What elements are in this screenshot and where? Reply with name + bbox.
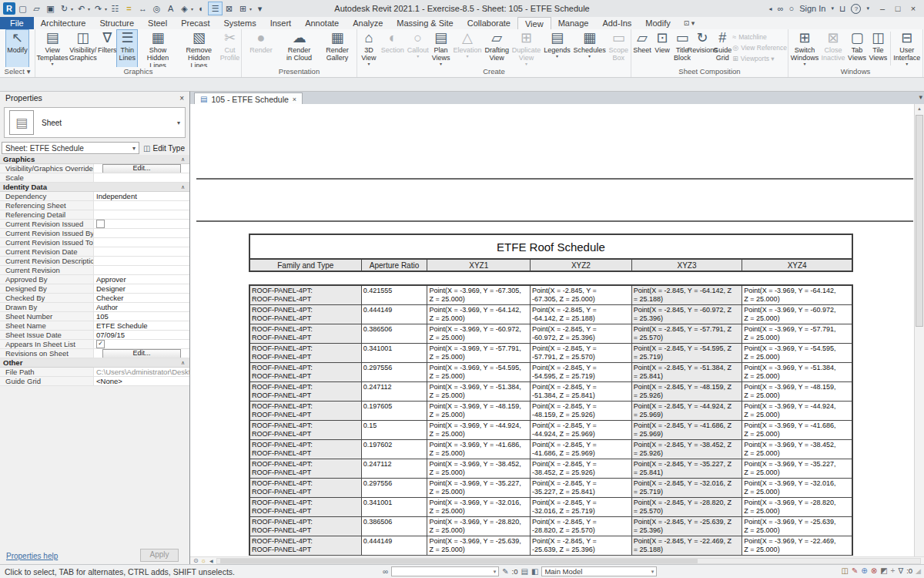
switch-windows-icon[interactable]: ⊞ — [236, 2, 249, 15]
save-icon[interactable]: ▣ — [44, 2, 57, 15]
view-templates-dropdown-icon[interactable]: ▾ — [52, 62, 54, 66]
scroll-up-icon[interactable]: ▲ — [915, 104, 924, 113]
property-value[interactable]: 105 — [94, 312, 189, 321]
select-links-icon[interactable]: ⊕ — [861, 566, 867, 575]
reveal-hidden-elements-icon[interactable]: ☼ — [201, 558, 206, 564]
app-store-icon[interactable]: ⊔ — [839, 4, 846, 14]
customize-qat-icon[interactable]: ▾ — [253, 2, 266, 15]
redo-icon[interactable]: ↷ — [92, 2, 105, 15]
duplicate-view-dropdown-icon[interactable]: ▾ — [525, 62, 527, 66]
ribbon-tab-view[interactable]: View — [517, 17, 551, 29]
schedule-row-12[interactable]: ROOF-PANEL-4PT: ROOF-PANEL-4PT0.341001Po… — [250, 498, 852, 517]
tile-views-button[interactable]: ◫Tile Views — [868, 30, 888, 67]
schedule-row-5[interactable]: ROOF-PANEL-4PT: ROOF-PANEL-4PT0.297556Po… — [250, 363, 852, 382]
active-workset-icon[interactable]: ◧ — [531, 567, 538, 576]
view-tab[interactable]: ▤ 105 - ETFE Schedule × — [194, 92, 303, 105]
ribbon-tab-insert[interactable]: Insert — [263, 17, 299, 29]
text-icon[interactable]: A — [164, 2, 177, 15]
file-menu-icon[interactable]: ▢ — [16, 2, 29, 15]
open-icon[interactable]: ▱ — [30, 2, 43, 15]
panel-label-select[interactable]: Select ▾ — [0, 67, 35, 77]
3d-view-button[interactable]: ⌂3D View▾ — [359, 30, 379, 67]
plan-views-dropdown-icon[interactable]: ▾ — [440, 62, 442, 66]
schedule-row-14[interactable]: ROOF-PANEL-4PT: ROOF-PANEL-4PT0.444149Po… — [250, 536, 852, 556]
property-value[interactable] — [94, 266, 189, 274]
exclude-options-icon[interactable]: ◫ — [842, 566, 849, 575]
redo-icon-dropdown[interactable]: ▾ — [105, 6, 107, 12]
type-selector[interactable]: ▤ Sheet ▾ — [4, 107, 186, 138]
property-value[interactable]: Checker — [94, 294, 189, 302]
sign-in-label[interactable]: Sign In — [799, 4, 825, 13]
property-value[interactable]: Edit... — [94, 349, 189, 358]
undo-icon-dropdown[interactable]: ▾ — [88, 6, 90, 12]
type-combo[interactable]: Sheet: ETFE Schedule ▾ — [2, 142, 139, 154]
type-selector-dropdown-icon[interactable]: ▾ — [177, 119, 185, 126]
plan-views-button[interactable]: ▤Plan Views▾ — [431, 30, 451, 67]
ribbon-tab-annotate[interactable]: Annotate — [298, 17, 346, 29]
property-value[interactable] — [94, 247, 189, 256]
property-value[interactable]: ETFE Schedule — [94, 321, 189, 330]
section-icon[interactable]: ◐ — [195, 2, 208, 15]
ribbon-tab-architecture[interactable]: Architecture — [34, 17, 93, 29]
property-value[interactable]: Designer — [94, 284, 189, 293]
vertical-scrollbar-thumb[interactable] — [916, 115, 923, 327]
visibility-graphics-button[interactable]: ◫Visibility/ Graphics — [69, 30, 97, 67]
worksets-combo[interactable]: ▾ — [391, 566, 499, 576]
ribbon-tab-massing-site[interactable]: Massing & Site — [390, 17, 460, 29]
3d-view-dropdown-icon[interactable]: ▾ — [367, 62, 370, 66]
undo-icon[interactable]: ↶ — [75, 2, 88, 15]
schedule-row-1[interactable]: ROOF-PANEL-4PT: ROOF-PANEL-4PT0.421555Po… — [250, 286, 852, 305]
thin-lines-button[interactable]: ☰Thin Lines — [117, 30, 137, 67]
user-interface-button[interactable]: ⊟User Interface▾ — [892, 30, 921, 67]
appears-in-sheet-list-checkbox[interactable]: ✓ — [96, 340, 105, 348]
ribbon-tab-analyze[interactable]: Analyze — [346, 17, 390, 29]
drag-on-selection-icon[interactable]: + — [891, 566, 896, 575]
ribbon-tab-file[interactable]: File — [0, 17, 34, 29]
ribbon-tab-modify[interactable]: Modify — [638, 17, 677, 29]
sync-with-central-icon[interactable]: ↻ — [58, 2, 71, 15]
property-value[interactable]: Author — [94, 303, 189, 311]
sheet-button[interactable]: ▱Sheet — [632, 30, 652, 67]
modify-button[interactable]: ↖Modify — [6, 30, 28, 67]
property-value[interactable] — [94, 210, 189, 219]
ribbon-state-toggle-icon[interactable]: ⊡ ▾ — [678, 17, 701, 29]
property-value[interactable]: <None> — [94, 377, 189, 385]
revisions-on-sheet-edit-button[interactable]: Edit... — [102, 349, 181, 358]
property-value[interactable] — [94, 173, 189, 182]
hide-crop-region-icon[interactable]: ⊙ — [193, 558, 199, 564]
property-value[interactable]: 07/09/15 — [94, 331, 189, 339]
aligned-dimension-icon[interactable]: ↔ — [136, 2, 149, 15]
collapse-icon[interactable]: ∧ — [181, 155, 189, 163]
switch-windows-icon-dropdown[interactable]: ▾ — [249, 6, 252, 12]
minimize-button[interactable]: – — [875, 4, 890, 13]
revisions-button[interactable]: ↻Revisions — [692, 30, 712, 67]
switch-windows-dropdown-icon[interactable]: ▾ — [803, 62, 805, 66]
help-dropdown-icon[interactable]: ▾ — [866, 5, 869, 12]
select-by-face-icon[interactable]: ◩ — [880, 566, 887, 575]
schedule-row-7[interactable]: ROOF-PANEL-4PT: ROOF-PANEL-4PT0.197605Po… — [250, 402, 852, 421]
property-value[interactable]: C:\Users\Administrator\Deskt... — [94, 368, 189, 376]
design-options-combo[interactable]: Main Model▾ — [541, 566, 657, 576]
property-value[interactable]: Independent — [94, 192, 189, 200]
current-revision-issued-checkbox[interactable] — [96, 220, 105, 228]
print-icon[interactable]: ☷ — [109, 2, 122, 15]
thin-lines-icon[interactable]: ☰ — [209, 2, 222, 15]
ribbon-tab-manage[interactable]: Manage — [551, 17, 596, 29]
schedule-row-4[interactable]: ROOF-PANEL-4PT: ROOF-PANEL-4PT0.341001Po… — [250, 344, 852, 363]
collapse-icon[interactable]: ∧ — [181, 358, 189, 367]
switch-windows-button[interactable]: ⊞Switch Windows▾ — [790, 30, 820, 67]
view-tab-list-icon[interactable]: ▾ — [919, 93, 922, 101]
schedule-row-13[interactable]: ROOF-PANEL-4PT: ROOF-PANEL-4PT0.386506Po… — [250, 517, 852, 536]
scroll-left-icon[interactable]: ◀ — [209, 558, 213, 564]
select-pinned-icon[interactable]: ⊗ — [871, 566, 877, 575]
property-value[interactable] — [94, 257, 189, 265]
schedules-dropdown-icon[interactable]: ▾ — [588, 54, 591, 59]
tag-by-category-icon[interactable]: ◎ — [150, 2, 163, 15]
view-button[interactable]: ⊡View — [652, 30, 672, 67]
property-value[interactable] — [94, 220, 189, 228]
ribbon-tab-steel[interactable]: Steel — [141, 17, 174, 29]
property-value[interactable] — [94, 229, 189, 237]
user-interface-dropdown-icon[interactable]: ▾ — [906, 62, 908, 66]
revit-logo-icon[interactable]: R — [3, 2, 15, 15]
view-templates-button[interactable]: ▤View Templates▾ — [36, 30, 69, 67]
